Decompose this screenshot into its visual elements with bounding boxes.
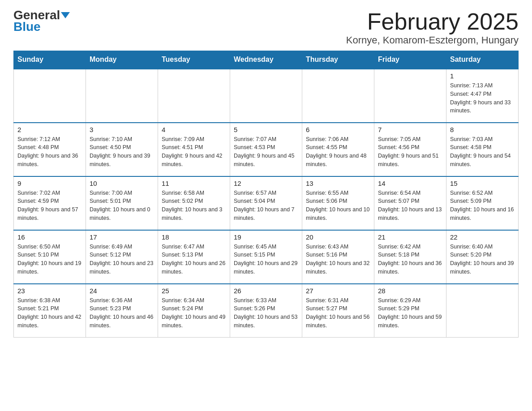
day-info: Sunrise: 6:29 AMSunset: 5:29 PMDaylight:… [378, 296, 442, 330]
dow-monday: Monday [86, 51, 158, 69]
day-number: 17 [90, 233, 154, 241]
day-info: Sunrise: 6:40 AMSunset: 5:20 PMDaylight:… [450, 243, 515, 276]
day-info: Sunrise: 7:05 AMSunset: 4:56 PMDaylight:… [378, 135, 442, 169]
day-number: 1 [450, 72, 515, 80]
calendar-cell: 16Sunrise: 6:50 AMSunset: 5:10 PMDayligh… [14, 230, 86, 284]
calendar-cell [158, 69, 230, 123]
day-info: Sunrise: 6:58 AMSunset: 5:02 PMDaylight:… [162, 189, 226, 223]
calendar-cell: 17Sunrise: 6:49 AMSunset: 5:12 PMDayligh… [86, 230, 158, 284]
day-info: Sunrise: 7:12 AMSunset: 4:48 PMDaylight:… [17, 135, 82, 169]
day-number: 20 [306, 233, 370, 241]
calendar-cell: 25Sunrise: 6:34 AMSunset: 5:24 PMDayligh… [158, 284, 230, 338]
calendar-cell: 9Sunrise: 7:02 AMSunset: 4:59 PMDaylight… [14, 176, 86, 230]
calendar-cell: 15Sunrise: 6:52 AMSunset: 5:09 PMDayligh… [446, 176, 519, 230]
day-number: 8 [450, 126, 515, 133]
logo: General Blue [13, 9, 70, 33]
calendar-cell: 28Sunrise: 6:29 AMSunset: 5:29 PMDayligh… [374, 284, 446, 338]
calendar-cell: 1Sunrise: 7:13 AMSunset: 4:47 PMDaylight… [446, 69, 519, 123]
day-number: 21 [378, 233, 442, 241]
calendar-week-4: 16Sunrise: 6:50 AMSunset: 5:10 PMDayligh… [14, 230, 519, 284]
calendar-cell: 4Sunrise: 7:09 AMSunset: 4:51 PMDaylight… [158, 123, 230, 176]
logo-triangle-icon [61, 12, 70, 18]
day-number: 4 [162, 126, 226, 133]
calendar-cell: 5Sunrise: 7:07 AMSunset: 4:53 PMDaylight… [230, 123, 302, 176]
calendar-cell: 18Sunrise: 6:47 AMSunset: 5:13 PMDayligh… [158, 230, 230, 284]
day-number: 23 [17, 287, 82, 295]
calendar-week-2: 2Sunrise: 7:12 AMSunset: 4:48 PMDaylight… [14, 123, 519, 176]
day-info: Sunrise: 6:42 AMSunset: 5:18 PMDaylight:… [378, 243, 442, 276]
calendar-cell: 24Sunrise: 6:36 AMSunset: 5:23 PMDayligh… [86, 284, 158, 338]
calendar-cell: 13Sunrise: 6:55 AMSunset: 5:06 PMDayligh… [302, 176, 374, 230]
day-number: 6 [306, 126, 370, 133]
day-number: 12 [234, 180, 298, 187]
calendar-cell: 10Sunrise: 7:00 AMSunset: 5:01 PMDayligh… [86, 176, 158, 230]
day-number: 26 [234, 287, 298, 295]
day-number: 22 [450, 233, 515, 241]
calendar-cell: 3Sunrise: 7:10 AMSunset: 4:50 PMDaylight… [86, 123, 158, 176]
day-info: Sunrise: 6:38 AMSunset: 5:21 PMDaylight:… [17, 296, 82, 330]
title-block: February 2025 Kornye, Komarom-Esztergom,… [346, 9, 519, 46]
day-info: Sunrise: 6:36 AMSunset: 5:23 PMDaylight:… [90, 296, 154, 330]
day-number: 28 [378, 287, 442, 295]
day-info: Sunrise: 7:00 AMSunset: 5:01 PMDaylight:… [90, 189, 154, 223]
logo-blue: Blue [13, 21, 41, 33]
calendar-cell [302, 69, 374, 123]
calendar-cell [446, 284, 519, 338]
day-info: Sunrise: 6:50 AMSunset: 5:10 PMDaylight:… [17, 243, 82, 276]
days-of-week-row: Sunday Monday Tuesday Wednesday Thursday… [14, 51, 519, 69]
calendar-cell: 22Sunrise: 6:40 AMSunset: 5:20 PMDayligh… [446, 230, 519, 284]
calendar-cell: 21Sunrise: 6:42 AMSunset: 5:18 PMDayligh… [374, 230, 446, 284]
calendar-cell: 6Sunrise: 7:06 AMSunset: 4:55 PMDaylight… [302, 123, 374, 176]
day-number: 5 [234, 126, 298, 133]
calendar-week-3: 9Sunrise: 7:02 AMSunset: 4:59 PMDaylight… [14, 176, 519, 230]
day-number: 27 [306, 287, 370, 295]
day-number: 19 [234, 233, 298, 241]
dow-tuesday: Tuesday [158, 51, 230, 69]
day-info: Sunrise: 7:06 AMSunset: 4:55 PMDaylight:… [306, 135, 370, 169]
day-info: Sunrise: 6:52 AMSunset: 5:09 PMDaylight:… [450, 189, 515, 223]
calendar-cell [230, 69, 302, 123]
calendar-cell: 14Sunrise: 6:54 AMSunset: 5:07 PMDayligh… [374, 176, 446, 230]
calendar-title: February 2025 [346, 9, 519, 34]
calendar-body: 1Sunrise: 7:13 AMSunset: 4:47 PMDaylight… [14, 69, 519, 338]
calendar-cell: 26Sunrise: 6:33 AMSunset: 5:26 PMDayligh… [230, 284, 302, 338]
day-number: 7 [378, 126, 442, 133]
day-number: 11 [162, 180, 226, 187]
day-number: 13 [306, 180, 370, 187]
day-number: 2 [17, 126, 82, 133]
day-info: Sunrise: 6:54 AMSunset: 5:07 PMDaylight:… [378, 189, 442, 223]
day-number: 16 [17, 233, 82, 241]
day-number: 9 [17, 180, 82, 187]
day-info: Sunrise: 6:33 AMSunset: 5:26 PMDaylight:… [234, 296, 298, 330]
calendar-header: Sunday Monday Tuesday Wednesday Thursday… [14, 51, 519, 69]
calendar-cell: 12Sunrise: 6:57 AMSunset: 5:04 PMDayligh… [230, 176, 302, 230]
day-info: Sunrise: 6:57 AMSunset: 5:04 PMDaylight:… [234, 189, 298, 223]
calendar-cell: 27Sunrise: 6:31 AMSunset: 5:27 PMDayligh… [302, 284, 374, 338]
day-info: Sunrise: 7:03 AMSunset: 4:58 PMDaylight:… [450, 135, 515, 169]
day-info: Sunrise: 7:10 AMSunset: 4:50 PMDaylight:… [90, 135, 154, 169]
calendar-cell [374, 69, 446, 123]
day-number: 24 [90, 287, 154, 295]
calendar-cell: 23Sunrise: 6:38 AMSunset: 5:21 PMDayligh… [14, 284, 86, 338]
day-info: Sunrise: 7:02 AMSunset: 4:59 PMDaylight:… [17, 189, 82, 223]
day-number: 3 [90, 126, 154, 133]
calendar-cell [14, 69, 86, 123]
day-number: 25 [162, 287, 226, 295]
dow-sunday: Sunday [14, 51, 86, 69]
calendar-week-1: 1Sunrise: 7:13 AMSunset: 4:47 PMDaylight… [14, 69, 519, 123]
day-info: Sunrise: 6:34 AMSunset: 5:24 PMDaylight:… [162, 296, 226, 330]
calendar-cell: 19Sunrise: 6:45 AMSunset: 5:15 PMDayligh… [230, 230, 302, 284]
calendar-cell [86, 69, 158, 123]
calendar-table: Sunday Monday Tuesday Wednesday Thursday… [13, 51, 519, 338]
calendar-cell: 7Sunrise: 7:05 AMSunset: 4:56 PMDaylight… [374, 123, 446, 176]
day-info: Sunrise: 6:55 AMSunset: 5:06 PMDaylight:… [306, 189, 370, 223]
day-info: Sunrise: 7:09 AMSunset: 4:51 PMDaylight:… [162, 135, 226, 169]
dow-thursday: Thursday [302, 51, 374, 69]
calendar-cell: 2Sunrise: 7:12 AMSunset: 4:48 PMDaylight… [14, 123, 86, 176]
day-info: Sunrise: 6:31 AMSunset: 5:27 PMDaylight:… [306, 296, 370, 330]
day-info: Sunrise: 6:49 AMSunset: 5:12 PMDaylight:… [90, 243, 154, 276]
day-info: Sunrise: 7:07 AMSunset: 4:53 PMDaylight:… [234, 135, 298, 169]
dow-saturday: Saturday [446, 51, 519, 69]
calendar-subtitle: Kornye, Komarom-Esztergom, Hungary [346, 34, 519, 46]
calendar-cell: 20Sunrise: 6:43 AMSunset: 5:16 PMDayligh… [302, 230, 374, 284]
